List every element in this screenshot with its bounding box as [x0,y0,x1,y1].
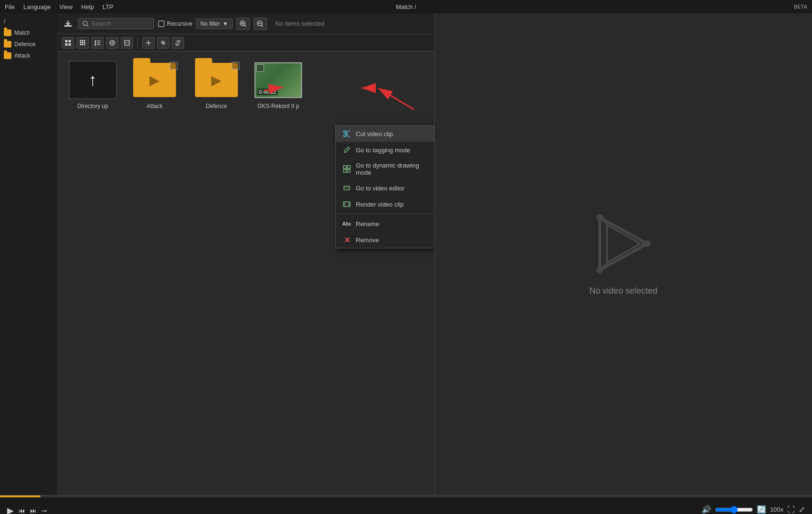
file-item-label: Directory up [78,103,108,109]
menu-ltp[interactable]: LTP [103,3,114,10]
svg-point-40 [344,131,346,133]
svg-line-43 [346,135,350,138]
svg-rect-46 [343,166,346,168]
main-layout: / Match Defence Attack [0,13,812,495]
no-video-icon [590,213,657,277]
view-btn-add2[interactable] [157,37,169,49]
svg-rect-47 [347,166,350,168]
ctx-render[interactable]: Render video clip [336,196,434,212]
file-item-attack[interactable]: ▶ Attack [128,61,181,109]
folder-icon [4,30,11,36]
ctx-remove[interactable]: ✕ Remove [336,232,434,248]
divider [137,38,138,48]
mark-button[interactable]: ⊸ [41,507,47,514]
svg-rect-48 [343,169,346,172]
step-forward-button[interactable]: ⏭ [30,507,37,514]
view-btn-circle[interactable] [106,37,118,49]
search-box[interactable] [78,18,154,29]
svg-rect-0 [64,25,72,27]
ctx-drawing[interactable]: Go to dynamic drawing mode [336,158,434,180]
filter-btn[interactable]: No filter ▼ [196,19,232,29]
svg-rect-49 [347,169,350,172]
sidebar: / Match Defence Attack [0,13,57,495]
ctx-label: Render video clip [356,201,403,208]
menu-language[interactable]: Language [23,3,51,10]
file-item-video[interactable]: 0:45:12 GKS-Rekord II p [252,61,304,109]
svg-rect-28 [95,44,96,46]
dir-up-icon: ↑ [69,61,117,99]
step-back-button[interactable]: ⏮ [19,507,25,514]
folder-checkbox[interactable] [170,62,177,69]
recursive-label: Recursive [167,20,192,27]
volume-btn[interactable]: 🔊 [702,505,711,514]
content-area: Recursive No filter ▼ [57,13,435,495]
play-button[interactable]: ▶ [7,505,14,514]
search-icon [82,20,89,27]
svg-rect-23 [84,44,85,45]
toolbar: Recursive No filter ▼ [57,13,434,34]
expand-btn[interactable]: ⤢ [799,505,805,514]
sidebar-root[interactable]: / [0,16,57,27]
grid-icon [342,165,351,173]
file-item-defence[interactable]: ▶ Defence [190,61,243,109]
sidebar-item-defence[interactable]: Defence [0,39,57,50]
view-btn-grid2[interactable] [77,37,89,49]
recursive-checkbox [158,20,165,27]
svg-rect-29 [97,44,100,45]
view-btn-square[interactable] [121,37,133,49]
x-icon: ✕ [342,236,351,244]
fullscreen-btn[interactable]: ⛶ [787,505,795,514]
view-btn-link[interactable] [172,37,184,49]
folder-play-icon: ▶ [149,72,160,88]
zoom-out-btn[interactable] [254,18,267,30]
zoom-in-btn[interactable] [236,18,250,30]
folder-icon [4,41,11,48]
attack-folder-icon: ▶ [131,61,178,99]
context-menu: Cut video clip Go to tagging mode [335,125,434,248]
video-thumb-icon: 0:45:12 [254,61,302,99]
menu-view[interactable]: View [59,3,73,10]
svg-line-2 [87,25,89,27]
ctx-editor[interactable]: Go to video editor [336,180,434,196]
svg-line-5 [245,25,246,27]
ctx-rename[interactable]: Abc Rename [336,216,434,232]
menu-bar: File Language View Help LTP Match / BETA [0,0,812,13]
ctx-tagging[interactable]: Go to tagging mode [336,142,434,158]
menu-file[interactable]: File [5,3,15,10]
svg-rect-21 [80,44,81,45]
recursive-btn[interactable]: Recursive [158,20,192,27]
abc-icon: Abc [342,219,351,228]
pencil-icon [342,146,351,154]
ctx-cut-video[interactable]: Cut video clip [336,126,434,142]
no-items-label: No items selected [275,20,324,27]
sidebar-item-match[interactable]: Match [0,27,57,39]
menu-help[interactable]: Help [81,3,94,10]
player-progress-fill [0,495,40,497]
file-item-dir-up[interactable]: ↑ Directory up [67,61,119,109]
sidebar-item-label: Defence [14,41,36,48]
beta-label: BETA [794,4,807,10]
player-progress-bar[interactable] [0,495,812,497]
svg-rect-52 [343,202,350,207]
svg-rect-20 [84,42,85,43]
defence-folder-icon: ▶ [193,61,240,99]
speed-cycle-btn[interactable]: 🔄 [757,505,766,514]
export-button[interactable] [62,18,74,30]
no-video-label: No video selected [589,286,657,296]
svg-rect-17 [84,40,85,41]
svg-rect-25 [97,40,100,41]
svg-line-42 [346,130,350,133]
ctx-label: Cut video clip [356,130,393,138]
sidebar-item-attack[interactable]: Attack [0,50,57,61]
volume-slider[interactable] [715,506,753,514]
video-checkbox[interactable] [256,64,264,72]
svg-point-41 [344,135,346,137]
view-btn-grid1[interactable] [62,37,74,49]
view-btn-list[interactable] [91,37,104,49]
folder-checkbox[interactable] [232,62,239,69]
sidebar-item-label: Attack [14,52,30,59]
view-btn-add1[interactable] [142,37,155,49]
search-input[interactable] [91,20,148,27]
svg-rect-13 [65,43,68,46]
ctx-label: Remove [356,237,379,244]
